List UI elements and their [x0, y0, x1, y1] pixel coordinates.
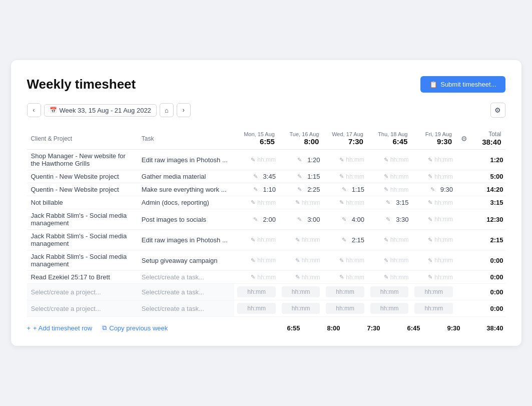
edit-icon[interactable]: ✎: [253, 173, 258, 180]
task-cell[interactable]: [138, 300, 235, 317]
edit-icon[interactable]: ✎: [428, 274, 432, 280]
table-row: Not billableAdmin (docs, reporting) ✎ hh…: [27, 196, 505, 209]
edit-icon[interactable]: ✎: [386, 199, 390, 206]
project-input[interactable]: [31, 288, 134, 296]
day-cell-thu: ✎ 3:15: [367, 196, 412, 209]
edit-icon[interactable]: ✎: [295, 257, 300, 264]
edit-icon[interactable]: ✎: [339, 199, 344, 206]
time-cell-disabled: hh:mm: [237, 286, 276, 297]
col-header-wed: Wed, 17 Aug 7:30: [323, 128, 367, 150]
col-header-task: Task: [138, 128, 235, 150]
edit-icon[interactable]: ✎: [251, 274, 255, 280]
timesheet-card: Weekly timesheet 📋 Submit timesheet... ‹…: [11, 60, 521, 346]
project-cell: Not billable: [27, 196, 138, 209]
edit-icon[interactable]: ✎: [384, 173, 388, 180]
day-cell-tue: ✎ hh:mm: [279, 250, 323, 271]
prev-week-button[interactable]: ‹: [27, 103, 41, 117]
day-cell-mon: ✎ hh:mm: [234, 250, 279, 271]
task-cell[interactable]: [138, 284, 235, 300]
day-cell-wed: ✎ 1:15: [323, 183, 367, 196]
project-cell[interactable]: [27, 300, 138, 317]
project-cell: Jack Rabbit Slim's - Social media manage…: [27, 209, 138, 230]
edit-icon[interactable]: ✎: [295, 237, 300, 243]
row-gear: [456, 183, 472, 196]
edit-icon[interactable]: ✎: [297, 186, 302, 193]
edit-icon[interactable]: ✎: [251, 237, 255, 243]
edit-icon[interactable]: ✎: [297, 157, 302, 163]
footer: + + Add timesheet row ⧉ Copy previous we…: [27, 324, 505, 332]
day-cell-fri: ✎ hh:mm: [411, 271, 456, 284]
day-cell-fri: ✎ hh:mm: [411, 196, 456, 209]
day-cell-wed: ✎ hh:mm: [323, 170, 367, 183]
task-cell: Edit raw images in Photosh ...: [138, 150, 235, 170]
week-nav: ‹ 📅 Week 33, 15 Aug - 21 Aug 2022 ⌂ › ⚙: [27, 103, 505, 118]
edit-icon[interactable]: ✎: [342, 186, 346, 193]
edit-icon[interactable]: ✎: [428, 173, 432, 180]
edit-icon[interactable]: ✎: [339, 157, 344, 163]
time-cell: ✎ hh:mm: [370, 274, 409, 281]
edit-icon[interactable]: ✎: [342, 216, 346, 223]
row-total: 0:00: [472, 271, 505, 284]
submit-button[interactable]: 📋 Submit timesheet...: [420, 76, 505, 93]
task-input[interactable]: [142, 288, 231, 296]
edit-icon[interactable]: ✎: [384, 186, 388, 193]
footer-total-fri: 9:30: [424, 324, 464, 332]
day-cell-fri: ✎ hh:mm: [411, 250, 456, 271]
page-title: Weekly timesheet: [27, 77, 136, 92]
day-cell-fri: ✎ hh:mm: [411, 230, 456, 250]
task-cell[interactable]: [138, 271, 235, 284]
submit-icon: 📋: [429, 81, 437, 88]
footer-total-mon: 6:55: [264, 324, 304, 332]
task-input[interactable]: [142, 273, 231, 281]
edit-icon[interactable]: ✎: [339, 257, 344, 264]
project-input[interactable]: [31, 305, 134, 312]
time-cell-disabled: hh:mm: [282, 286, 320, 297]
edit-icon[interactable]: ✎: [428, 157, 432, 163]
time-cell: ✎ hh:mm: [237, 156, 276, 163]
edit-icon[interactable]: ✎: [297, 216, 302, 223]
time-cell: ✎ 2:25: [282, 186, 320, 193]
copy-previous-button[interactable]: ⧉ Copy previous week: [102, 324, 168, 332]
edit-icon[interactable]: ✎: [295, 199, 300, 206]
edit-icon[interactable]: ✎: [428, 237, 432, 243]
project-cell[interactable]: [27, 284, 138, 300]
home-button[interactable]: ⌂: [160, 103, 174, 117]
edit-icon[interactable]: ✎: [253, 216, 258, 223]
row-total: 0:00: [472, 284, 505, 300]
day-cell-wed: ✎ hh:mm: [323, 150, 367, 170]
day-cell-wed: hh:mm: [323, 300, 367, 317]
edit-icon[interactable]: ✎: [428, 257, 432, 264]
day-cell-tue: ✎ 1:20: [279, 150, 323, 170]
row-total: 14:20: [472, 183, 505, 196]
edit-icon[interactable]: ✎: [430, 186, 435, 193]
edit-icon[interactable]: ✎: [251, 199, 255, 206]
time-cell: ✎ hh:mm: [326, 156, 364, 163]
time-cell: ✎ hh:mm: [326, 199, 364, 206]
edit-icon[interactable]: ✎: [384, 274, 388, 280]
edit-icon[interactable]: ✎: [386, 216, 390, 223]
edit-icon[interactable]: ✎: [339, 173, 344, 180]
edit-icon[interactable]: ✎: [251, 257, 255, 264]
next-week-button[interactable]: ›: [177, 103, 191, 117]
add-row-button[interactable]: + + Add timesheet row: [27, 324, 93, 332]
edit-icon[interactable]: ✎: [428, 216, 432, 223]
settings-button[interactable]: ⚙: [490, 103, 505, 118]
edit-icon[interactable]: ✎: [384, 237, 388, 243]
edit-icon[interactable]: ✎: [384, 157, 388, 163]
edit-icon[interactable]: ✎: [295, 274, 300, 280]
edit-icon[interactable]: ✎: [251, 157, 255, 163]
edit-icon[interactable]: ✎: [342, 237, 346, 243]
day-cell-thu: ✎ 3:30: [367, 209, 412, 230]
edit-icon[interactable]: ✎: [339, 274, 344, 280]
project-cell: Read Ezekiel 25:17 to Brett: [27, 271, 138, 284]
task-cell: Setup giveaway campaign: [138, 250, 235, 271]
time-cell: ✎ 1:20: [282, 156, 320, 164]
edit-icon[interactable]: ✎: [384, 257, 388, 264]
edit-icon[interactable]: ✎: [428, 199, 432, 206]
table-row: Quentin - New Website projectGather medi…: [27, 170, 505, 183]
footer-totals: 6:55 8:00 7:30 6:45 9:30 38:40: [264, 324, 505, 332]
time-cell: ✎ 9:30: [414, 186, 453, 193]
edit-icon[interactable]: ✎: [297, 173, 302, 180]
task-input[interactable]: [142, 305, 231, 312]
edit-icon[interactable]: ✎: [253, 186, 258, 193]
